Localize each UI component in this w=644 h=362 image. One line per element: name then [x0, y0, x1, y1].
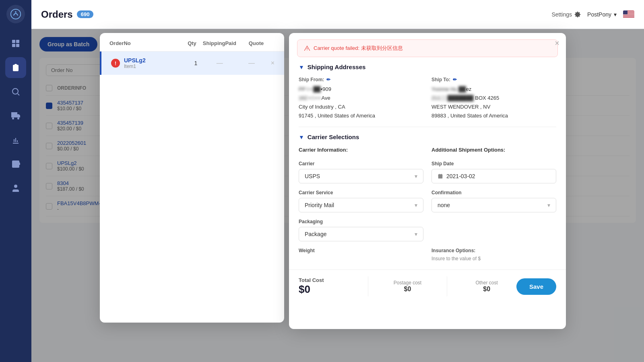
order-item-row[interactable]: ! UPSLg2 Item1 1 — — ×	[100, 51, 284, 75]
svg-point-0	[11, 9, 21, 19]
error-banner: Carrier quote failed: 未获取到分区信息	[297, 39, 558, 57]
packaging-chevron-icon: ▾	[415, 231, 417, 237]
shipping-details-dialog: × Carrier quote failed: 未获取到分区信息 ▼ Shipp…	[289, 33, 566, 329]
edit-ship-from-icon[interactable]: ✏	[326, 77, 330, 82]
order-item-paid: —	[204, 60, 235, 67]
from-line2: 162 ▪ I ▪ ▪ Ave	[299, 94, 423, 103]
ship-from-address: PP I ▪ ██▪909 162 ▪ I ▪ ▪ Ave City of In…	[299, 85, 423, 120]
ship-from-col: Ship From: ✏ PP I ▪ ██▪909 162 ▪ I ▪ ▪ A…	[299, 77, 423, 120]
col-qty-header: Qty	[183, 40, 201, 46]
svg-point-7	[12, 117, 14, 119]
insurance-label: Insurance Options:	[431, 248, 556, 253]
svg-rect-14	[623, 14, 634, 14]
ship-date-input[interactable]: 2021-03-02	[431, 169, 556, 183]
shipping-addresses-section: ▼ Shipping Addresses Ship From: ✏ PP I ▪…	[289, 57, 566, 127]
to-line4: 89883 , United States of America	[431, 111, 556, 120]
total-cost-label: Total Cost	[299, 277, 358, 283]
insurance-field: Insurance Options: Insure to the value o…	[431, 248, 556, 263]
sidebar-item-orders[interactable]	[5, 57, 26, 78]
user-chevron-icon: ▾	[614, 11, 617, 18]
orders-count-badge: 690	[77, 10, 94, 18]
confirmation-field: Confirmation none ▾	[431, 190, 556, 212]
col-shippingpaid-header: ShippingPaid	[201, 40, 238, 46]
postage-cost-section: Postage cost $0	[378, 280, 438, 293]
user-label: PostPony	[587, 11, 611, 18]
carrier-service-select[interactable]: Priority Mail ▾	[299, 198, 423, 212]
other-cost-value: $0	[457, 286, 516, 293]
ship-from-label: Ship From: ✏	[299, 77, 423, 82]
logo-icon[interactable]	[6, 5, 25, 23]
postage-cost-value: $0	[378, 286, 438, 293]
close-dialog-button[interactable]: ×	[555, 39, 559, 48]
insurance-weight-row: Weight Insurance Options: Insure to the …	[299, 248, 556, 263]
packaging-row: Packaging Package ▾	[299, 219, 556, 241]
confirmation-select[interactable]: none ▾	[431, 198, 556, 212]
order-item-qty: 1	[188, 60, 204, 66]
sidebar-item-reports[interactable]	[5, 130, 26, 150]
cost-divider-2	[447, 276, 447, 296]
error-icon: !	[111, 59, 120, 68]
sidebar-item-wallet[interactable]	[5, 154, 26, 175]
sidebar-item-dashboard[interactable]	[5, 33, 26, 54]
cost-divider	[368, 276, 368, 296]
from-line1: PP I ▪ ██▪909	[299, 85, 423, 94]
confirmation-chevron-icon: ▾	[547, 202, 550, 208]
svg-point-8	[17, 117, 19, 119]
confirmation-label: Confirmation	[431, 190, 556, 195]
settings-button[interactable]: Settings	[551, 11, 581, 18]
svg-point-6	[12, 88, 18, 94]
confirmation-value: none	[438, 202, 450, 208]
dialog-header: OrderNo Qty ShippingPaid Quote	[100, 33, 284, 51]
weight-label: Weight	[299, 248, 423, 253]
sidebar-item-users[interactable]	[5, 178, 26, 199]
from-line4: 91745 , United States of America	[299, 111, 423, 120]
carrier-chevron-icon: ▾	[415, 173, 417, 179]
to-line2: 211░░███████ BOX 4265	[431, 94, 556, 103]
carrier-selections-section: ▼ Carrier Selections Carrier Information…	[289, 127, 566, 269]
orders-batch-dialog: OrderNo Qty ShippingPaid Quote ! UPSLg2 …	[100, 33, 284, 323]
error-message: Carrier quote failed: 未获取到分区信息	[314, 45, 403, 52]
packaging-value: Package	[305, 231, 326, 237]
order-item-info: UPSLg2 Item1	[124, 57, 188, 69]
chevron-down-icon: ▼	[299, 64, 304, 70]
carrier-header-row: Carrier Information: Additional Shipment…	[299, 147, 556, 158]
ship-to-address: Yvonne Hu ██ez 211░░███████ BOX 4265 WES…	[431, 85, 556, 120]
sidebar-item-shipping[interactable]	[5, 105, 26, 126]
packaging-select[interactable]: Package ▾	[299, 227, 423, 241]
svg-rect-18	[438, 175, 443, 179]
to-line1: Yvonne Hu ██ez	[431, 85, 556, 94]
postage-cost-label: Postage cost	[378, 280, 438, 286]
sidebar	[0, 0, 31, 362]
carrier-service-row: Carrier Service Priority Mail ▾ Confirma…	[299, 190, 556, 212]
carrier-label: Carrier	[299, 161, 423, 167]
carrier-select[interactable]: USPS ▾	[299, 169, 423, 183]
remove-order-item-button[interactable]: ×	[271, 60, 275, 67]
calendar-icon	[438, 173, 443, 179]
carrier-service-label: Carrier Service	[299, 190, 423, 195]
svg-rect-5	[16, 44, 19, 47]
edit-ship-to-icon[interactable]: ✏	[453, 77, 457, 82]
additional-options-label: Additional Shipment Options:	[431, 147, 556, 153]
order-item-quote: —	[235, 60, 267, 67]
total-cost-section: Total Cost $0	[299, 277, 358, 296]
weight-field: Weight	[299, 248, 423, 263]
shipping-addresses-title: ▼ Shipping Addresses	[299, 64, 556, 70]
gear-icon	[574, 11, 581, 18]
order-item-name: UPSLg2	[124, 57, 188, 64]
from-line3: City of Industry , CA	[299, 103, 423, 111]
sidebar-item-scan[interactable]	[5, 81, 26, 102]
cost-bar: Total Cost $0 Postage cost $0 Other cost…	[289, 269, 566, 303]
topbar: Orders 690 Settings PostPony ▾	[31, 0, 644, 29]
warning-icon	[304, 45, 310, 51]
chevron-down-icon: ▼	[299, 134, 304, 140]
user-menu-button[interactable]: PostPony ▾	[587, 11, 617, 18]
carrier-service-value: Priority Mail	[305, 202, 334, 208]
settings-label: Settings	[551, 11, 572, 18]
svg-rect-3	[16, 40, 19, 43]
svg-rect-15	[623, 15, 634, 16]
carrier-service-field: Carrier Service Priority Mail ▾	[299, 190, 423, 212]
ship-date-label: Ship Date	[431, 161, 556, 167]
save-button[interactable]: Save	[516, 278, 556, 295]
svg-point-9	[14, 185, 17, 188]
col-quote-header: Quote	[238, 40, 275, 46]
